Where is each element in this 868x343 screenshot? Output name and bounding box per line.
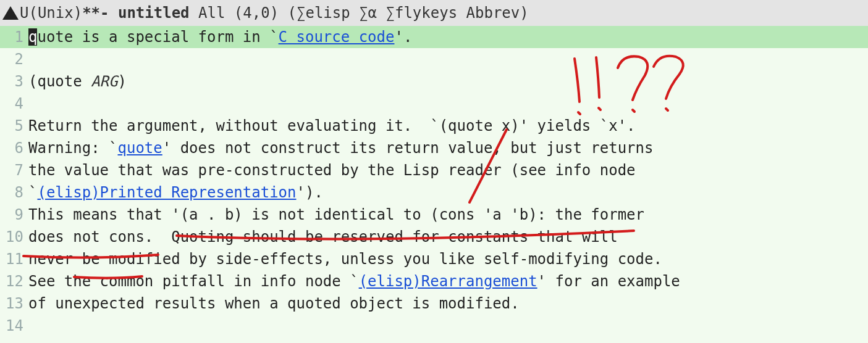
line-text[interactable]: does not cons. Quoting should be reserve… [27,226,868,248]
line-number: 7 [0,159,27,181]
text-run: never be modified by side-effects, unles… [28,250,662,268]
editor-line[interactable]: 11never be modified by side-effects, unl… [0,248,868,270]
text-run: Return the argument, without evaluating … [28,117,636,134]
text-run: does not cons. Quoting should be reserve… [28,228,618,246]
line-text[interactable]: Warning: `quote' does not construct its … [27,137,868,159]
link-printed-representation[interactable]: (elisp)Printed Representation [37,184,296,201]
modeline-triangle-icon [2,6,19,20]
text-run: uote is a special form in ` [37,28,278,46]
text-run: (quote [28,73,91,90]
modeline-buffer-name: untitled [118,2,190,24]
line-number: 9 [0,204,27,226]
modeline-encoding: U(Unix) [20,2,82,24]
line-text[interactable]: the value that was pre-constructed by th… [27,159,868,181]
link-c-source-code[interactable]: C source code [279,28,395,46]
text-run: '). [296,184,322,201]
line-number: 10 [0,226,27,248]
editor-line[interactable]: 5Return the argument, without evaluating… [0,115,868,137]
editor-line[interactable]: 4 [0,93,868,115]
line-number: 1 [0,26,27,48]
line-number: 11 [0,248,27,270]
line-number: 2 [0,48,27,70]
editor-line[interactable]: 1quote is a special form in `C source co… [0,26,868,48]
line-text[interactable]: Return the argument, without evaluating … [27,115,868,137]
editor-line[interactable]: 13of unexpected results when a quoted ob… [0,292,868,315]
text-run: ARG [91,73,117,90]
line-number: 6 [0,137,27,159]
editor-line[interactable]: 10does not cons. Quoting should be reser… [0,226,868,248]
text-run: ' for an example [537,273,680,290]
editor-line[interactable]: 8`(elisp)Printed Representation'). [0,181,868,204]
modeline: U(Unix) **- untitled All (4,0) (∑elisp ∑… [0,0,868,26]
modeline-modes: (∑elisp ∑α ∑flykeys Abbrev) [288,2,529,24]
link-quote[interactable]: quote [118,139,162,157]
text-run: '. [394,28,412,46]
line-number: 5 [0,115,27,137]
text-run: of unexpected results when a quoted obje… [28,295,520,312]
text-run: Warning: ` [28,139,118,157]
editor-line[interactable]: 9This means that '(a . b) is not identic… [0,204,868,226]
line-number: 4 [0,93,27,115]
line-number: 8 [0,181,27,204]
text-run: ) [118,73,127,90]
editor-line[interactable]: 3(quote ARG) [0,70,868,93]
editor-line[interactable]: 6Warning: `quote' does not construct its… [0,137,868,159]
editor-line[interactable]: 14 [0,315,868,337]
line-number: 12 [0,270,27,292]
modeline-modified: **- [82,2,109,24]
line-text[interactable]: never be modified by side-effects, unles… [27,248,868,270]
text-run: the value that was pre-constructed by th… [28,162,636,179]
text-run: See the common pitfall in info node ` [28,273,359,290]
line-text[interactable]: of unexpected results when a quoted obje… [27,292,868,315]
editor-line[interactable]: 7the value that was pre-constructed by t… [0,159,868,181]
line-text[interactable]: This means that '(a . b) is not identica… [27,204,868,226]
editor-line[interactable]: 2 [0,48,868,70]
editor-buffer[interactable]: 1quote is a special form in `C source co… [0,26,868,337]
text-run: ` [28,184,37,201]
line-number: 14 [0,315,27,337]
link-rearrangement[interactable]: (elisp)Rearrangement [359,273,537,290]
text-run: This means that '(a . b) is not identica… [28,206,644,223]
text-run: ' does not construct its return value, b… [162,139,654,157]
line-text[interactable]: quote is a special form in `C source cod… [27,26,868,48]
text-cursor: q [28,28,37,46]
line-text[interactable]: `(elisp)Printed Representation'). [27,181,868,204]
modeline-position: (4,0) [234,2,279,24]
line-number: 13 [0,292,27,315]
line-text[interactable]: (quote ARG) [27,70,868,93]
line-number: 3 [0,70,27,93]
modeline-narrow: All [198,2,225,24]
editor-line[interactable]: 12See the common pitfall in info node `(… [0,270,868,292]
line-text[interactable]: See the common pitfall in info node `(el… [27,270,868,292]
